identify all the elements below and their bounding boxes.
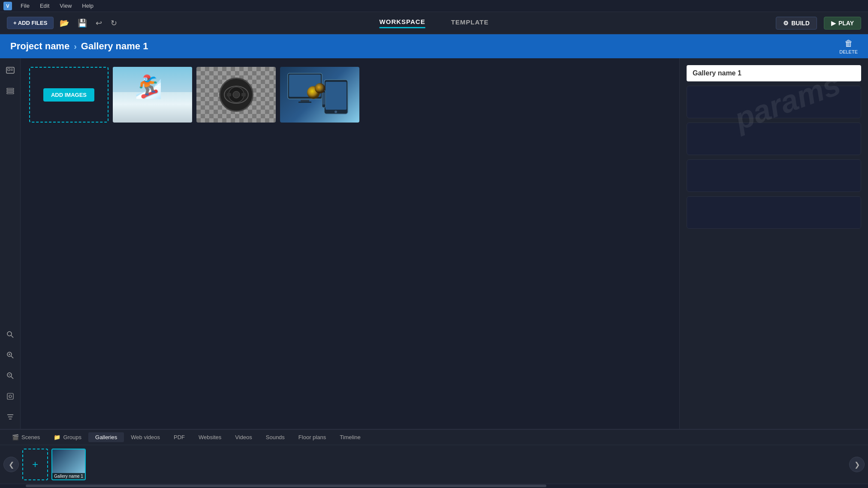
scenes-icon: 🎬 — [12, 434, 19, 440]
param-block-3 — [687, 159, 861, 192]
menu-file[interactable]: File — [19, 2, 31, 10]
sidebar-filter-icon[interactable] — [3, 410, 17, 424]
param-block-4 — [687, 196, 861, 229]
app-icon: V — [3, 2, 12, 10]
gallery-add-button[interactable]: + — [22, 449, 48, 480]
play-icon: ▶ — [831, 20, 836, 27]
sidebar-search-icon[interactable] — [3, 328, 17, 341]
open-folder-button[interactable]: 📂 — [57, 16, 72, 30]
gallery-name-input[interactable] — [687, 65, 861, 81]
sidebar-zoom-in-icon[interactable] — [3, 348, 17, 362]
svg-rect-34 — [322, 93, 325, 105]
svg-rect-16 — [7, 393, 13, 399]
breadcrumb-bar: Project name › Gallery name 1 🗑 DELETE — [0, 34, 868, 58]
svg-rect-1 — [8, 69, 10, 71]
sidebar-layers-icon[interactable] — [3, 84, 17, 98]
svg-rect-24 — [227, 93, 231, 96]
tab-scenes[interactable]: 🎬 Scenes — [5, 432, 47, 442]
toolbar-right: ⚙ BUILD ▶ PLAY — [776, 17, 861, 30]
tab-videos[interactable]: Videos — [228, 432, 259, 442]
svg-rect-31 — [326, 82, 347, 110]
left-sidebar — [0, 58, 21, 429]
gallery-thumb-label: Gallery name 1 — [52, 473, 85, 479]
prev-arrow[interactable]: ❮ — [3, 457, 19, 472]
tab-floorplans[interactable]: Floor plans — [292, 432, 333, 442]
groups-icon: 📁 — [54, 434, 60, 440]
sidebar-media-icon[interactable] — [3, 63, 17, 77]
svg-rect-25 — [241, 93, 246, 96]
bottom-panel: 🎬 Scenes 📁 Groups Galleries Web videos P… — [0, 429, 868, 485]
svg-rect-5 — [7, 90, 14, 92]
image-grid: ADD IMAGES 🏂 — [29, 67, 671, 123]
scrollbar-track[interactable] — [26, 485, 546, 487]
bottom-tabs: 🎬 Scenes 📁 Groups Galleries Web videos P… — [0, 430, 868, 445]
param-block-2 — [687, 123, 861, 155]
tab-workspace[interactable]: WORKSPACE — [380, 18, 425, 28]
tab-webvideos[interactable]: Web videos — [124, 432, 167, 442]
main-content: ADD IMAGES 🏂 — [0, 58, 868, 429]
svg-rect-4 — [7, 88, 14, 90]
svg-rect-29 — [298, 102, 311, 103]
delete-button[interactable]: 🗑 DELETE — [839, 39, 858, 54]
tab-sounds[interactable]: Sounds — [259, 432, 292, 442]
svg-line-14 — [11, 377, 13, 379]
tab-galleries[interactable]: Galleries — [88, 432, 124, 442]
menu-view[interactable]: View — [58, 2, 73, 10]
tab-groups[interactable]: 📁 Groups — [47, 432, 88, 442]
canvas-area: ADD IMAGES 🏂 — [21, 58, 679, 429]
next-arrow[interactable]: ❯ — [849, 457, 865, 472]
add-files-button[interactable]: + ADD FILES — [7, 17, 54, 29]
sidebar-zoom-out-icon[interactable] — [3, 369, 17, 383]
svg-point-36 — [315, 83, 325, 93]
tab-timeline[interactable]: Timeline — [333, 432, 368, 442]
save-button[interactable]: 💾 — [75, 16, 90, 30]
gallery-thumb-item[interactable]: Gallery name 1 — [51, 449, 86, 480]
gallery-strip: ❮ + Gallery name 1 ❯ — [0, 445, 868, 484]
add-images-button[interactable]: ADD IMAGES — [43, 88, 94, 102]
breadcrumb: Project name › Gallery name 1 — [10, 41, 148, 52]
image-thumb-devices[interactable] — [280, 67, 359, 123]
right-panel: params — [679, 58, 868, 429]
image-thumb-ski[interactable]: 🏂 — [113, 67, 192, 123]
redo-button[interactable]: ↻ — [108, 16, 120, 30]
svg-rect-28 — [301, 100, 309, 102]
menu-help[interactable]: Help — [80, 2, 95, 10]
svg-point-23 — [233, 91, 240, 98]
toolbar: + ADD FILES 📂 💾 ↩ ↻ WORKSPACE TEMPLATE ⚙… — [0, 12, 868, 34]
build-icon: ⚙ — [783, 20, 789, 27]
breadcrumb-separator: › — [74, 42, 77, 51]
toolbar-left: + ADD FILES 📂 💾 ↩ ↻ — [7, 16, 120, 30]
svg-point-17 — [9, 395, 12, 398]
sidebar-zoom-fit-icon[interactable] — [3, 389, 17, 403]
svg-point-32 — [335, 111, 337, 113]
camera-shape — [219, 78, 253, 112]
image-thumb-camera360[interactable] — [196, 67, 276, 123]
param-block-1 — [687, 86, 861, 118]
svg-line-10 — [11, 356, 13, 358]
scrollbar-area[interactable] — [0, 484, 868, 487]
menu-bar: V File Edit View Help — [0, 0, 868, 12]
tab-template[interactable]: TEMPLATE — [451, 18, 489, 27]
tab-websites[interactable]: Websites — [192, 432, 228, 442]
trash-icon: 🗑 — [844, 39, 853, 48]
play-button[interactable]: ▶ PLAY — [824, 17, 861, 30]
menu-edit[interactable]: Edit — [38, 2, 51, 10]
svg-line-8 — [11, 335, 13, 338]
add-images-box[interactable]: ADD IMAGES — [29, 67, 108, 123]
undo-button[interactable]: ↩ — [93, 16, 105, 30]
svg-point-7 — [7, 332, 12, 336]
svg-rect-6 — [7, 93, 14, 94]
tab-pdf[interactable]: PDF — [167, 432, 192, 442]
project-name: Project name — [10, 41, 69, 52]
build-button[interactable]: ⚙ BUILD — [776, 17, 817, 30]
toolbar-center: WORKSPACE TEMPLATE — [380, 18, 489, 28]
gallery-name-breadcrumb: Gallery name 1 — [81, 41, 148, 52]
